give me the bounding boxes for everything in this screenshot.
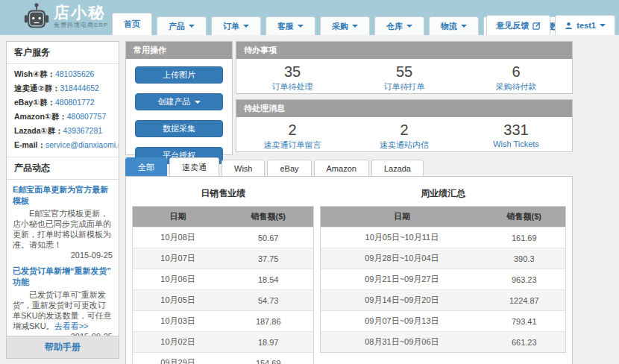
- cell-amount: 18.54: [223, 269, 314, 290]
- contact-line: Amazon①群：480807757: [14, 110, 111, 124]
- platform-tab[interactable]: eBay: [267, 160, 311, 178]
- contact-value: 439367281: [63, 126, 103, 135]
- stat-value: 6: [460, 62, 572, 81]
- quick-action-button[interactable]: 创建产品: [135, 93, 223, 110]
- caret-down-icon: [243, 25, 249, 28]
- stat-label-link[interactable]: 速卖通站内信: [348, 139, 460, 151]
- app-subtitle: 免费跨境电商ERP: [54, 22, 108, 28]
- quick-actions-title: 常用操作: [126, 42, 232, 59]
- weekly-summary-table: 日期 销售额($) 10月05日~10月11日 161.69 09月28日~10…: [320, 206, 566, 353]
- contact-value: 480807757: [67, 112, 107, 121]
- contact-value: 480801772: [55, 98, 95, 107]
- cell-date: 09月14日~09月20日: [321, 290, 483, 311]
- top-navbar: 店小秘 免费跨境电商ERP 首页 产品 订单: [0, 0, 619, 35]
- performance-panel: 日销售业绩 日期 销售额($) 10月08日 50.67: [125, 176, 573, 364]
- nav-item[interactable]: 物流: [429, 16, 479, 35]
- news-more-link[interactable]: 去看看>>: [54, 321, 89, 330]
- cell-amount: 390.3: [483, 248, 566, 269]
- weekly-table-title: 周业绩汇总: [320, 187, 566, 200]
- cell-date: 09月28日~10月04日: [321, 248, 483, 269]
- stat-label-link[interactable]: 订单待处理: [236, 81, 348, 92]
- nav-item[interactable]: 客服: [265, 16, 315, 35]
- cell-date: 10月07日: [133, 248, 224, 269]
- platform-tab[interactable]: 速卖通: [169, 157, 219, 178]
- table-row: 09月21日~09月27日 963.23: [321, 269, 566, 290]
- stat-value: 2: [236, 120, 348, 139]
- news-body: E邮宝官方模板更新，店小秘也已同步完成面单的更新，打单时将以新模板为准。请知悉！: [13, 208, 113, 250]
- nav-item[interactable]: 仓库: [374, 16, 424, 35]
- table-row: 08月31日~09月06日 661.23: [321, 332, 566, 353]
- cell-amount: 37.75: [223, 248, 314, 269]
- app-logo: 店小秘 免费跨境电商ERP: [24, 2, 108, 31]
- table-row: 09月29日 154.69: [133, 353, 314, 364]
- contact-label: Wish④群：: [14, 69, 55, 78]
- table-header-row: 日期 销售额($): [133, 207, 314, 228]
- stat-label-link[interactable]: 订单待打单: [348, 81, 460, 92]
- platform-tab-bar: 全部 速卖通 Wish eBay Amazon Lazada: [125, 157, 424, 178]
- todo-stat: 6 采购待付款: [460, 59, 572, 92]
- cell-date: 10月05日: [133, 290, 224, 311]
- message-stat: 2 速卖通站内信: [348, 117, 460, 151]
- quick-action-button[interactable]: 数据采集: [135, 120, 223, 137]
- platform-tab[interactable]: Wish: [221, 160, 265, 178]
- news-body: 已发货订单可“重新发货”，重新发货时可更改订单SKU的发送数量，可任意增减SKU…: [13, 289, 113, 331]
- contact-line: 速卖通②群：318444652: [14, 81, 111, 95]
- messages-stats: 2 速卖通订单留言 2 速卖通站内信 331 Wish Tickets: [236, 117, 572, 151]
- stat-label-link[interactable]: Wish Tickets: [460, 139, 572, 148]
- news-date: 2015-09-25: [13, 250, 113, 261]
- message-stat: 331 Wish Tickets: [460, 117, 572, 151]
- cell-amount: 154.69: [223, 353, 314, 364]
- cell-amount: 793.41: [483, 311, 566, 332]
- app-title: 店小秘: [54, 4, 108, 20]
- news-body-text: E邮宝官方模板更新，店小秘也已同步完成面单的更新，打单时将以新模板为准。请知悉！: [13, 209, 111, 249]
- nav-item[interactable]: 产品: [157, 16, 207, 35]
- cell-date: 09月21日~09月27日: [321, 269, 483, 290]
- stat-value: 35: [236, 62, 348, 81]
- table-row: 10月08日 50.67: [133, 228, 314, 248]
- cell-date: 08月31日~09月06日: [321, 332, 483, 353]
- cell-amount: 161.69: [483, 228, 566, 248]
- todo-stat: 55 订单待打单: [348, 59, 460, 92]
- col-amount: 销售额($): [223, 207, 314, 228]
- stat-label-link[interactable]: 采购待付款: [460, 81, 572, 92]
- product-news-title: 产品动态: [7, 157, 119, 180]
- contact-list: Wish④群：481035626 速卖通②群：318444652 eBay①群：…: [7, 64, 119, 154]
- weekly-monthly-column: 周业绩汇总 日期 销售额($) 10月05日~10月11日 161.69: [320, 184, 566, 364]
- username: test1: [576, 21, 596, 30]
- feedback-button[interactable]: 意见反馈: [486, 15, 550, 35]
- platform-tab[interactable]: Lazada: [371, 160, 424, 178]
- news-title-link[interactable]: 已发货订单新增“重新发货”功能: [13, 266, 113, 288]
- messages-panel: 待处理消息 2 速卖通订单留言 2 速卖通站内信 331 Wish Ticket…: [236, 99, 573, 152]
- cell-date: 10月05日~10月11日: [321, 228, 483, 248]
- contact-line: eBay①群：480801772: [14, 95, 111, 110]
- nav-item[interactable]: 首页: [112, 13, 152, 35]
- caret-down-icon: [600, 24, 606, 27]
- stat-value: 331: [460, 120, 572, 139]
- nav-item[interactable]: 订单: [211, 16, 261, 35]
- cell-amount: 1224.87: [483, 290, 566, 311]
- feedback-label: 意见反馈: [496, 20, 529, 31]
- help-manual-button[interactable]: 帮助手册: [7, 336, 119, 358]
- platform-tab[interactable]: 全部: [125, 157, 167, 178]
- contact-label: Lazada①群：: [14, 126, 63, 135]
- user-menu[interactable]: test1: [555, 15, 615, 35]
- user-icon: [565, 22, 573, 30]
- messages-title: 待处理消息: [236, 100, 572, 117]
- caret-down-icon: [461, 25, 467, 28]
- cell-date: 10月08日: [133, 228, 224, 248]
- col-amount: 销售额($): [483, 207, 566, 228]
- daily-sales-table: 日期 销售额($) 10月08日 50.67 10月07日 37.75: [132, 206, 314, 364]
- stat-label-link[interactable]: 速卖通订单留言: [236, 139, 348, 151]
- quick-action-button[interactable]: 上传图片: [135, 66, 223, 84]
- quick-action-label: 上传图片: [163, 69, 195, 81]
- table-row: 10月05日 54.73: [133, 290, 314, 311]
- platform-tab[interactable]: Amazon: [314, 160, 369, 178]
- caret-down-icon: [189, 25, 195, 28]
- news-title-link[interactable]: E邮宝面单更新为官方最新模板: [13, 184, 113, 207]
- table-row: 10月02日 18.97: [133, 332, 314, 353]
- nav-item[interactable]: 采购: [320, 16, 370, 35]
- contact-label: Amazon①群：: [14, 112, 67, 121]
- product-news-list: E邮宝面单更新为官方最新模板 E邮宝官方模板更新，店小秘也已同步完成面单的更新，…: [7, 180, 119, 336]
- nav-item-label: 首页: [124, 19, 140, 30]
- caret-down-icon: [195, 101, 201, 104]
